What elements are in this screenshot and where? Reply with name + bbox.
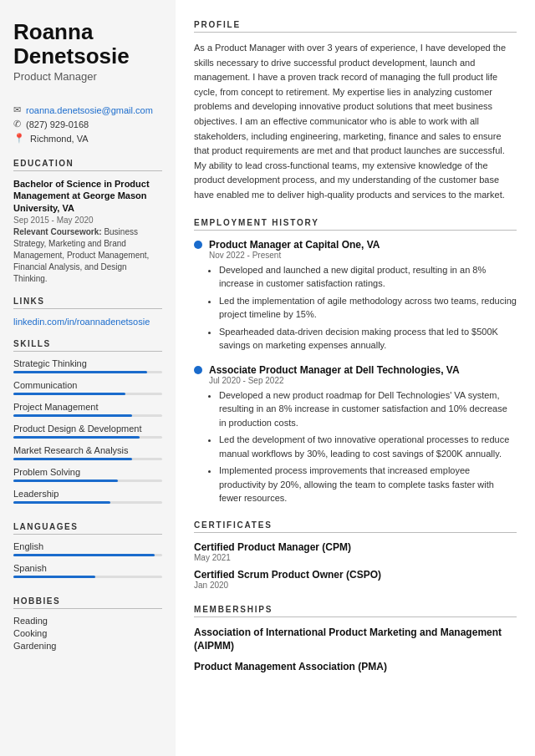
skill-item: Leadership [13,489,162,504]
skill-bar-bg [13,393,162,395]
jobs-list: Product Manager at Capital One, VA Nov 2… [194,239,517,505]
education-degree: Bachelor of Science in Product Managemen… [13,178,162,214]
skill-bar-fill [13,436,140,439]
contact-email: ✉ roanna.denetsosie@gmail.com [13,104,162,115]
job-bullet: Developed and launched a new digital pro… [219,263,517,291]
linkedin-link-item: linkedin.com/in/roannadenetsosie [13,316,162,327]
education-coursework: Relevant Coursework: Business Strategy, … [13,226,162,285]
certificate-entry: Certified Scrum Product Owner (CSPO) Jan… [194,569,517,590]
languages-section: LANGUAGES English Spanish [13,522,162,585]
profile-text: As a Product Manager with over 3 years o… [194,41,517,203]
linkedin-link[interactable]: linkedin.com/in/roannadenetsosie [13,317,150,327]
skill-name: Leadership [13,489,162,499]
job-bullet: Led the implementation of agile methodol… [219,294,517,322]
sidebar: Roanna Denetsosie Product Manager ✉ roan… [0,0,176,756]
skills-heading: SKILLS [13,339,162,352]
hobbies-heading: HOBBIES [13,596,162,609]
location-icon: 📍 [13,133,25,144]
skill-name: Market Research & Analysis [13,445,162,455]
skill-bar-bg [13,414,162,417]
skill-bar-bg [13,436,162,439]
skill-bar-bg [13,458,162,460]
profile-heading: PROFILE [194,20,517,33]
language-item: Spanish [13,563,162,578]
page-layout: Roanna Denetsosie Product Manager ✉ roan… [0,0,535,756]
certificate-entry: Certified Product Manager (CPM) May 2021 [194,541,517,562]
job-title-line: Associate Product Manager at Dell Techno… [194,364,517,376]
skill-bar-bg [13,371,162,373]
job-title: Product Manager at Capital One, VA [209,239,380,251]
job-bullets: Developed and launched a new digital pro… [209,263,517,353]
skills-section: SKILLS Strategic Thinking Communication … [13,339,162,510]
skill-name: Communication [13,380,162,390]
certificate-date: Jan 2020 [194,581,517,590]
skill-bar-fill [13,458,132,460]
language-bar-fill [13,554,155,556]
contact-section: ✉ roanna.denetsosie@gmail.com ✆ (827) 92… [13,104,162,147]
links-heading: LINKS [13,297,162,309]
skill-bar-bg [13,479,162,482]
skill-name: Strategic Thinking [13,358,162,368]
certificates-section: CERTIFICATES Certified Product Manager (… [194,520,517,590]
job-entry: Associate Product Manager at Dell Techno… [194,364,517,505]
skill-name: Product Design & Development [13,424,162,434]
job-bullets: Developed a new product roadmap for Dell… [209,388,517,505]
language-bar-bg [13,576,162,578]
skill-item: Strategic Thinking [13,358,162,373]
skill-name: Problem Solving [13,467,162,477]
certificates-list: Certified Product Manager (CPM) May 2021… [194,541,517,590]
job-title: Associate Product Manager at Dell Techno… [209,364,460,376]
education-dates: Sep 2015 - May 2020 [13,216,162,225]
membership-entry: Product Management Association (PMA) [194,660,517,674]
skill-bar-bg [13,501,162,504]
skill-bar-fill [13,501,110,504]
email-link[interactable]: roanna.denetsosie@gmail.com [26,105,153,115]
candidate-name: Roanna Denetsosie [13,20,162,68]
language-name: Spanish [13,563,162,573]
skill-bar-fill [13,371,147,373]
hobby-item: Cooking [13,628,162,638]
contact-phone: ✆ (827) 929-0168 [13,119,162,129]
certificate-name: Certified Product Manager (CPM) [194,541,517,553]
job-title-line: Product Manager at Capital One, VA [194,239,517,251]
language-bar-bg [13,554,162,556]
language-bar-fill [13,576,95,578]
memberships-heading: MEMBERSHIPS [194,605,517,617]
membership-name: Association of International Product Mar… [194,626,517,654]
hobby-item: Gardening [13,641,162,651]
education-section: EDUCATION Bachelor of Science in Product… [13,159,162,285]
job-date: Nov 2022 - Present [209,251,517,260]
phone-icon: ✆ [13,119,21,129]
candidate-title: Product Manager [13,70,162,83]
skill-item: Product Design & Development [13,424,162,439]
employment-heading: EMPLOYMENT HISTORY [194,218,517,231]
languages-heading: LANGUAGES [13,522,162,535]
skill-item: Project Management [13,402,162,417]
job-bullet: Developed a new product roadmap for Dell… [219,388,517,430]
skill-bar-fill [13,414,132,417]
memberships-list: Association of International Product Mar… [194,626,517,674]
job-entry: Product Manager at Capital One, VA Nov 2… [194,239,517,353]
certificate-name: Certified Scrum Product Owner (CSPO) [194,569,517,581]
job-dot [194,366,202,374]
employment-section: EMPLOYMENT HISTORY Product Manager at Ca… [194,218,517,505]
hobby-item: Reading [13,616,162,626]
email-icon: ✉ [13,104,21,115]
skill-bar-fill [13,479,118,482]
skill-item: Problem Solving [13,467,162,482]
name-block: Roanna Denetsosie Product Manager [13,20,162,83]
skill-bar-fill [13,393,125,395]
certificates-heading: CERTIFICATES [194,520,517,533]
phone-number: (827) 929-0168 [26,119,89,129]
profile-section: PROFILE As a Product Manager with over 3… [194,20,517,203]
job-bullet: Spearheaded data-driven decision making … [219,325,517,353]
main-content: PROFILE As a Product Manager with over 3… [176,0,535,756]
education-heading: EDUCATION [13,159,162,171]
contact-location: 📍 Richmond, VA [13,133,162,144]
membership-name: Product Management Association (PMA) [194,660,517,674]
location-text: Richmond, VA [30,134,89,144]
certificate-date: May 2021 [194,553,517,562]
skills-list: Strategic Thinking Communication Project… [13,358,162,504]
links-section: LINKS linkedin.com/in/roannadenetsosie [13,297,162,327]
membership-entry: Association of International Product Mar… [194,626,517,654]
